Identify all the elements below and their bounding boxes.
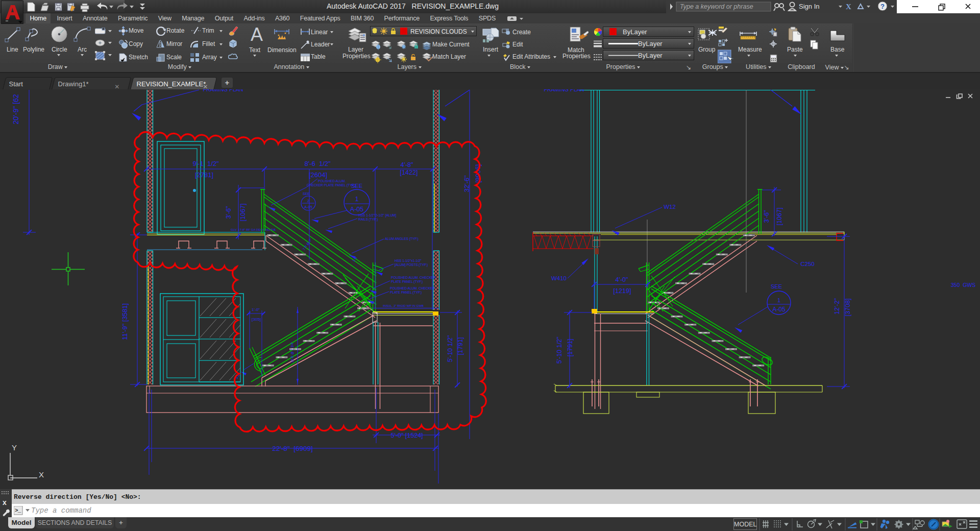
svg-text:W12: W12	[664, 204, 676, 210]
svg-text:32'-6": 32'-6"	[463, 175, 471, 192]
svg-text:x: x	[3, 498, 7, 506]
svg-text:SEE: SEE	[771, 283, 782, 289]
svg-text:ByLayer: ByLayer	[638, 40, 663, 47]
svg-text:[1067]: [1067]	[776, 208, 783, 226]
svg-text:RAILS (TYP.): RAILS (TYP.)	[358, 218, 378, 222]
svg-text:[1791]: [1791]	[457, 337, 464, 355]
svg-text:9'-1 1/2": 9'-1 1/2"	[192, 160, 219, 167]
svg-text:FRAMING PLAN: FRAMING PLAN	[203, 89, 243, 92]
svg-text:REVISION CLOUDS: REVISION CLOUDS	[410, 28, 467, 35]
svg-text:ByLayer: ByLayer	[638, 52, 663, 59]
svg-text:[2781]: [2781]	[195, 171, 213, 179]
svg-text:ByLayer: ByLayer	[623, 28, 647, 36]
svg-text:>_: >_	[15, 508, 21, 514]
svg-text:1: 1	[355, 196, 359, 203]
svg-text:A-05: A-05	[304, 205, 312, 209]
svg-text:PLATE PANEL (TYP.): PLATE PANEL (TYP.)	[391, 280, 423, 284]
svg-text:22'-8" [6909]: 22'-8" [6909]	[272, 445, 312, 452]
svg-text:HSS 1-1/2"O-1/2" [ALUM]: HSS 1-1/2"O-1/2" [ALUM]	[358, 213, 397, 218]
svg-text:5'-0" [1524]: 5'-0" [1524]	[390, 432, 423, 439]
svg-text:11'-9" [3581]: 11'-9" [3581]	[121, 303, 129, 340]
svg-text:C250: C250	[800, 261, 815, 267]
svg-text:X: X	[846, 3, 851, 11]
svg-text:16 R @ 7 3/4": 16 R @ 7 3/4"	[290, 342, 294, 363]
svg-text:GLV. 17-8" RF GA DECKING P.B.: GLV. 17-8" RF GA DECKING P.B.	[231, 228, 277, 231]
svg-text:A-05: A-05	[772, 306, 786, 313]
svg-text:[2604]: [2604]	[309, 171, 327, 179]
svg-text:CHECKER PLATE PANEL (TYP.): CHECKER PLATE PANEL (TYP.)	[307, 183, 356, 187]
svg-text:4'-8": 4'-8"	[401, 161, 413, 168]
svg-text:5'-10 1/2": 5'-10 1/2"	[556, 337, 563, 364]
svg-text:ALUM ANGLES (TYP.): ALUM ANGLES (TYP.)	[385, 237, 419, 241]
svg-text:X: X	[39, 470, 44, 479]
svg-text:[1422]: [1422]	[400, 169, 418, 176]
svg-text:350 GWS: 350 GWS	[951, 282, 975, 288]
svg-text:4'-0": 4'-0"	[616, 276, 628, 283]
svg-text:?: ?	[880, 3, 885, 10]
svg-text:5'-10 1/2": 5'-10 1/2"	[447, 335, 454, 363]
svg-text:POLISHED ALUM. CHECKER: POLISHED ALUM. CHECKER	[390, 286, 435, 290]
svg-text:Type a keyword or phrase: Type a keyword or phrase	[680, 3, 753, 10]
svg-text:PLATE PANEL (TYP.): PLATE PANEL (TYP.)	[390, 291, 422, 295]
svg-text:Y: Y	[12, 443, 17, 452]
svg-text:3'-6": 3'-6"	[763, 210, 770, 223]
svg-text:W410: W410	[551, 275, 567, 281]
svg-text:POLISHED ALUM.: POLISHED ALUM.	[318, 179, 346, 183]
svg-text:[305]: [305]	[252, 317, 261, 322]
svg-text:1'-0": 1'-0"	[252, 307, 260, 312]
svg-text:A-05: A-05	[350, 206, 363, 213]
svg-text:1: 1	[777, 297, 780, 303]
svg-text:[ALUM] POSTS (TYP.): [ALUM] POSTS (TYP.)	[395, 263, 428, 267]
svg-text:20'-9" [62: 20'-9" [62	[12, 94, 20, 124]
svg-text:FRAMING PLAN: FRAMING PLAN	[544, 89, 584, 92]
svg-text:[1067]: [1067]	[239, 204, 247, 222]
svg-text:INSUL. 2" RIGID WP IN GWB: INSUL. 2" RIGID WP IN GWB	[383, 304, 424, 307]
svg-text:8'-6 1/2": 8'-6 1/2"	[304, 160, 331, 167]
svg-text:HSS 1-1/2"x1-1/2": HSS 1-1/2"x1-1/2"	[395, 259, 422, 262]
svg-text:12'-2": 12'-2"	[834, 298, 841, 315]
svg-text:SEE: SEE	[303, 192, 310, 196]
svg-text:A: A	[251, 26, 263, 43]
svg-text:[1219]: [1219]	[614, 287, 631, 295]
svg-text:SEE: SEE	[351, 183, 362, 189]
svg-text:POLISHED ALUM. CHECKER: POLISHED ALUM. CHECKER	[391, 276, 436, 279]
svg-text:Sign In: Sign In	[799, 3, 819, 10]
svg-text:3'-6": 3'-6"	[225, 206, 232, 219]
svg-text:[3708]: [3708]	[844, 299, 851, 317]
svg-text:2: 2	[307, 199, 310, 203]
svg-text:[1791]: [1791]	[567, 339, 574, 357]
